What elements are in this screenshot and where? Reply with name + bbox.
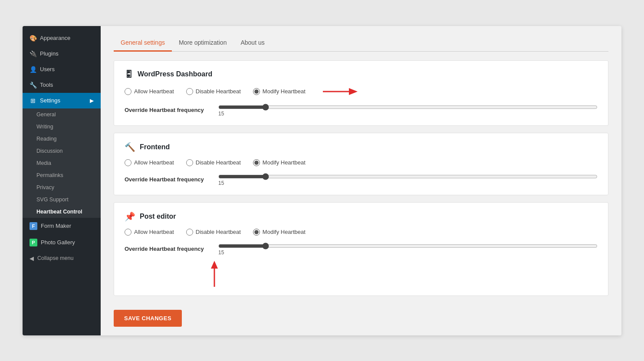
sidebar-item-plugins[interactable]: 🔌Plugins — [23, 46, 101, 62]
radio-label-disable-hb-2: Disable Heartbeat — [196, 159, 241, 166]
section-title-frontend: 🔨Frontend — [125, 142, 598, 152]
radio-input-allow-hb-3[interactable] — [125, 229, 131, 236]
radio-input-allow-hb-2[interactable] — [125, 159, 131, 166]
photo-gallery-icon: P — [30, 239, 37, 246]
sections-container: 🎛WordPress DashboardAllow HeartbeatDisab… — [114, 60, 608, 296]
slider-input-frontend[interactable] — [218, 173, 598, 180]
sidebar-item-appearance[interactable]: 🎨Appearance — [23, 30, 101, 46]
sidebar-label-plugins: Plugins — [40, 50, 59, 57]
radio-label-allow-hb-2: Allow Heartbeat — [134, 159, 174, 166]
collapse-icon: ◀ — [30, 255, 34, 262]
radio-input-allow-hb-1[interactable] — [125, 88, 131, 95]
radio-option-disable-hb-1[interactable]: Disable Heartbeat — [186, 88, 241, 95]
sidebar-subitem-discussion[interactable]: Discussion — [23, 145, 101, 157]
radio-option-modify-hb-1[interactable]: Modify Heartbeat — [253, 88, 306, 95]
section-title-wordpress-dashboard: 🎛WordPress Dashboard — [125, 69, 598, 79]
section-wordpress-dashboard: 🎛WordPress DashboardAllow HeartbeatDisab… — [114, 60, 608, 126]
radio-label-allow-hb-1: Allow Heartbeat — [134, 88, 174, 95]
tabs-bar: General settingsMore optimizationAbout u… — [114, 35, 608, 52]
radio-input-modify-hb-1[interactable] — [253, 88, 260, 95]
sidebar-label-tools: Tools — [40, 82, 53, 88]
radio-group-wordpress-dashboard: Allow HeartbeatDisable HeartbeatModify H… — [125, 86, 598, 97]
radio-option-disable-hb-3[interactable]: Disable Heartbeat — [186, 229, 241, 236]
section-title-text-post-editor: Post editor — [140, 213, 176, 220]
slider-container-frontend: 15 — [218, 173, 598, 186]
save-changes-button[interactable]: SAVE CHANGES — [114, 310, 182, 327]
radio-input-disable-hb-3[interactable] — [186, 229, 193, 236]
radio-input-modify-hb-3[interactable] — [253, 229, 260, 236]
radio-input-modify-hb-2[interactable] — [253, 159, 260, 166]
sidebar-subitem-general[interactable]: General — [23, 108, 101, 121]
section-frontend: 🔨FrontendAllow HeartbeatDisable Heartbea… — [114, 133, 608, 195]
radio-label-modify-hb-2: Modify Heartbeat — [263, 159, 306, 166]
slider-container-wordpress-dashboard: 15 — [218, 104, 598, 117]
plugin-label-photo-gallery: Photo Gallery — [41, 239, 75, 246]
sidebar-item-users[interactable]: 👤Users — [23, 62, 101, 77]
appearance-icon: 🎨 — [30, 35, 36, 42]
slider-value-wordpress-dashboard: 15 — [218, 111, 598, 117]
arrow-up-annotation — [125, 256, 598, 287]
sidebar-subitem-writing[interactable]: Writing — [23, 121, 101, 133]
radio-option-modify-hb-2[interactable]: Modify Heartbeat — [253, 159, 306, 166]
collapse-menu[interactable]: ◀ Collapse menu — [23, 251, 101, 266]
radio-input-disable-hb-1[interactable] — [186, 88, 193, 95]
section-icon-frontend: 🔨 — [125, 142, 135, 152]
radio-option-allow-hb-3[interactable]: Allow Heartbeat — [125, 229, 174, 236]
sidebar-label-settings: Settings — [40, 97, 60, 104]
section-post-editor: 📌Post editorAllow HeartbeatDisable Heart… — [114, 202, 608, 296]
section-title-text-wordpress-dashboard: WordPress Dashboard — [138, 70, 212, 78]
sidebar-subitem-svg-support[interactable]: SVG Support — [23, 194, 101, 206]
slider-row-wordpress-dashboard: Override Heartbeat frequency15 — [125, 104, 598, 117]
slider-label-wordpress-dashboard: Override Heartbeat frequency — [125, 107, 211, 113]
radio-group-post-editor: Allow HeartbeatDisable HeartbeatModify H… — [125, 229, 598, 236]
svg-marker-3 — [211, 261, 218, 269]
sidebar-subitem-permalinks[interactable]: Permalinks — [23, 169, 101, 181]
slider-label-frontend: Override Heartbeat frequency — [125, 176, 211, 183]
section-icon-wordpress-dashboard: 🎛 — [125, 69, 133, 79]
tools-icon: 🔧 — [30, 82, 36, 89]
form-maker-icon: F — [30, 222, 37, 230]
radio-option-modify-hb-3[interactable]: Modify Heartbeat — [253, 229, 306, 236]
radio-label-disable-hb-1: Disable Heartbeat — [196, 88, 241, 95]
radio-option-disable-hb-2[interactable]: Disable Heartbeat — [186, 159, 241, 166]
radio-input-disable-hb-2[interactable] — [186, 159, 193, 166]
sidebar-plugin-photo-gallery[interactable]: PPhoto Gallery — [23, 234, 101, 251]
sidebar-item-tools[interactable]: 🔧Tools — [23, 77, 101, 93]
slider-container-post-editor: 15 — [218, 243, 598, 256]
svg-marker-1 — [349, 88, 358, 95]
tab-about-us[interactable]: About us — [233, 35, 271, 52]
radio-option-allow-hb-2[interactable]: Allow Heartbeat — [125, 159, 174, 166]
section-title-post-editor: 📌Post editor — [125, 211, 598, 222]
radio-label-allow-hb-3: Allow Heartbeat — [134, 229, 174, 235]
tab-more-optimization[interactable]: More optimization — [172, 35, 234, 52]
slider-row-post-editor: Override Heartbeat frequency15 — [125, 243, 598, 256]
arrow-right-annotation — [323, 86, 358, 97]
slider-input-post-editor[interactable] — [218, 243, 598, 249]
radio-label-modify-hb-3: Modify Heartbeat — [263, 229, 306, 235]
slider-label-post-editor: Override Heartbeat frequency — [125, 246, 211, 252]
plugins-icon: 🔌 — [30, 50, 36, 57]
sidebar-label-appearance: Appearance — [40, 35, 70, 41]
radio-label-disable-hb-3: Disable Heartbeat — [196, 229, 241, 235]
slider-row-frontend: Override Heartbeat frequency15 — [125, 173, 598, 186]
main-content: General settingsMore optimizationAbout u… — [101, 26, 621, 335]
sidebar-item-settings[interactable]: ⊞Settings▶ — [23, 93, 101, 108]
slider-input-wordpress-dashboard[interactable] — [218, 104, 598, 111]
sidebar-subitem-heartbeat-control[interactable]: Heartbeat Control — [23, 206, 101, 218]
radio-option-allow-hb-1[interactable]: Allow Heartbeat — [125, 88, 174, 95]
sidebar-subitem-privacy[interactable]: Privacy — [23, 181, 101, 194]
collapse-label: Collapse menu — [37, 255, 73, 261]
tab-general-settings[interactable]: General settings — [114, 35, 172, 52]
sidebar-label-users: Users — [40, 66, 55, 72]
save-area: SAVE CHANGES — [114, 303, 608, 327]
active-indicator: ▶ — [90, 98, 94, 104]
radio-group-frontend: Allow HeartbeatDisable HeartbeatModify H… — [125, 159, 598, 166]
radio-label-modify-hb-1: Modify Heartbeat — [263, 88, 306, 95]
sidebar-subitem-media[interactable]: Media — [23, 157, 101, 169]
sidebar-plugin-form-maker[interactable]: FForm Maker — [23, 218, 101, 234]
slider-value-post-editor: 15 — [218, 249, 598, 256]
plugin-label-form-maker: Form Maker — [41, 223, 71, 229]
sidebar-subitem-reading[interactable]: Reading — [23, 133, 101, 145]
section-title-text-frontend: Frontend — [140, 143, 170, 151]
sidebar: 🎨Appearance🔌Plugins👤Users🔧Tools⊞Settings… — [23, 26, 101, 335]
